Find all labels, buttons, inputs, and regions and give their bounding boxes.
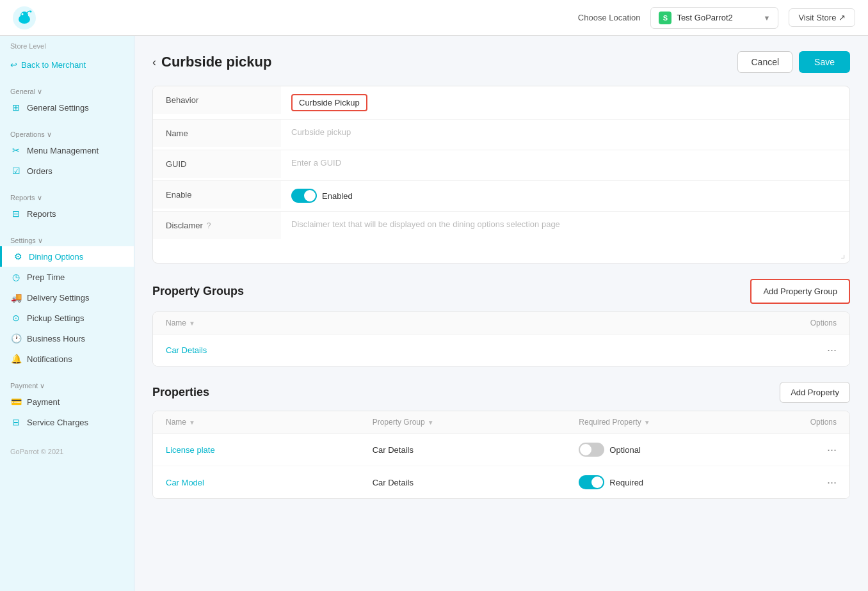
- service-charges-icon: ⊟: [10, 417, 22, 427]
- name-row: Name Curbside pickup: [153, 120, 849, 150]
- sidebar-item-general-settings[interactable]: ⊞ General Settings: [0, 97, 134, 118]
- required-toggle[interactable]: [579, 443, 604, 457]
- sidebar-item-business-hours[interactable]: 🕐 Business Hours: [0, 328, 134, 349]
- sidebar-item-orders[interactable]: ☑ Orders: [0, 161, 134, 181]
- visit-store-button[interactable]: Visit Store ↗: [789, 8, 855, 27]
- add-property-button[interactable]: Add Property: [780, 382, 850, 403]
- sidebar-item-dining-options[interactable]: ⚙ Dining Options: [0, 246, 134, 267]
- guid-value: Enter a GUID: [281, 150, 849, 175]
- page-header: ‹ Curbside pickup Cancel Save: [152, 51, 850, 73]
- guid-label: GUID: [153, 150, 281, 178]
- disclaimer-value[interactable]: Disclaimer text that will be displayed o…: [281, 212, 849, 263]
- sidebar-item-reports[interactable]: ⊟ Reports: [0, 203, 134, 224]
- sidebar-section-general: General ∨ ⊞ General Settings: [0, 77, 134, 120]
- payment-label: Payment: [27, 397, 60, 407]
- notifications-label: Notifications: [27, 354, 72, 364]
- sidebar-section-reports: Reports ∨ ⊟ Reports: [0, 184, 134, 226]
- name-label: Name: [153, 120, 281, 147]
- general-section-label: General ∨: [0, 84, 134, 97]
- pg-row-options[interactable]: ···: [785, 343, 837, 357]
- orders-icon: ☑: [10, 166, 22, 176]
- sidebar-item-delivery-settings[interactable]: 🚚 Delivery Settings: [0, 287, 134, 308]
- prop-col-name: Name ▼: [166, 418, 373, 427]
- required-toggle[interactable]: [579, 475, 604, 489]
- settings-section-label: Settings ∨: [0, 233, 134, 246]
- location-selector[interactable]: S Test GoParrot2 ▼: [650, 7, 778, 29]
- main-content: ‹ Curbside pickup Cancel Save Behavior C…: [134, 36, 868, 591]
- menu-icon: ✂: [10, 145, 22, 155]
- prop-row-options[interactable]: ···: [785, 476, 837, 489]
- property-groups-table: Name ▼ Options Car Details ···: [152, 311, 850, 366]
- general-settings-label: General Settings: [27, 103, 89, 113]
- sidebar-item-service-charges[interactable]: ⊟ Service Charges: [0, 412, 134, 432]
- page-title: Curbside pickup: [161, 54, 271, 70]
- back-icon: ↩: [10, 60, 17, 70]
- store-level-label: Store Level: [0, 36, 134, 52]
- save-button[interactable]: Save: [799, 51, 850, 73]
- property-row: License plate Car Details Optional ···: [153, 434, 849, 466]
- sidebar-item-notifications[interactable]: 🔔 Notifications: [0, 349, 134, 369]
- required-label: Required: [609, 478, 643, 487]
- operations-section-label: Operations ∨: [0, 127, 134, 140]
- form-card: Behavior Curbside Pickup Name Curbside p…: [152, 86, 850, 264]
- disclaimer-placeholder: Disclaimer text that will be displayed o…: [291, 219, 560, 229]
- prop-row-group: Car Details: [373, 445, 579, 455]
- payment-section-label: Payment ∨: [0, 378, 134, 391]
- header-actions: Cancel Save: [737, 51, 850, 73]
- sort-icon: ▼: [189, 419, 195, 426]
- chevron-down-icon: ▼: [763, 14, 770, 22]
- disclaimer-row: Disclamer ? Disclaimer text that will be…: [153, 212, 849, 263]
- prop-row-group: Car Details: [373, 478, 579, 487]
- enable-status: Enabled: [322, 191, 353, 201]
- dining-options-icon: ⚙: [12, 251, 24, 262]
- enable-label: Enable: [153, 181, 281, 209]
- sidebar-item-payment[interactable]: 💳 Payment: [0, 391, 134, 412]
- svg-point-4: [30, 10, 32, 12]
- svg-point-3: [22, 13, 24, 15]
- sidebar-item-pickup-settings[interactable]: ⊙ Pickup Settings: [0, 308, 134, 328]
- grid-icon: ⊞: [10, 102, 22, 113]
- sidebar: Store Level ↩ Back to Merchant General ∨…: [0, 36, 134, 591]
- location-icon: S: [659, 12, 671, 24]
- pickup-icon: ⊙: [10, 313, 22, 323]
- cancel-button[interactable]: Cancel: [737, 51, 792, 73]
- toggle-knob: [591, 477, 603, 488]
- behavior-badge: Curbside Pickup: [291, 94, 367, 111]
- properties-header: Properties Add Property: [152, 382, 850, 403]
- add-property-group-button[interactable]: Add Property Group: [750, 279, 850, 304]
- menu-management-label: Menu Management: [27, 146, 99, 155]
- required-label: Optional: [609, 445, 640, 455]
- location-name: Test GoParrot2: [677, 13, 758, 22]
- prop-row-name[interactable]: Car Model: [166, 478, 373, 487]
- guid-placeholder: Enter a GUID: [291, 158, 341, 168]
- delivery-icon: 🚚: [10, 292, 22, 303]
- property-groups-title: Property Groups: [152, 285, 244, 298]
- property-groups-header: Property Groups Add Property Group: [152, 279, 850, 304]
- reports-icon: ⊟: [10, 209, 22, 219]
- sidebar-item-prep-time[interactable]: ◷ Prep Time: [0, 267, 134, 287]
- sidebar-section-payment: Payment ∨ 💳 Payment ⊟ Service Charges: [0, 372, 134, 435]
- properties-title: Properties: [152, 386, 209, 399]
- topbar: Choose Location S Test GoParrot2 ▼ Visit…: [0, 0, 868, 36]
- sort-icon: ▼: [189, 320, 195, 327]
- properties-table-header: Name ▼ Property Group ▼ Required Propert…: [153, 411, 849, 434]
- back-arrow-icon[interactable]: ‹: [152, 56, 156, 69]
- enable-toggle[interactable]: [291, 189, 317, 203]
- prop-row-name[interactable]: License plate: [166, 445, 373, 455]
- clock-icon: 🕐: [10, 333, 22, 343]
- help-icon[interactable]: ?: [207, 221, 211, 230]
- back-to-merchant-button[interactable]: ↩ Back to Merchant: [0, 52, 134, 77]
- prop-row-required: Required: [579, 475, 785, 489]
- prop-col-group: Property Group ▼: [373, 418, 579, 427]
- pg-row-name[interactable]: Car Details: [166, 345, 785, 355]
- guid-row: GUID Enter a GUID: [153, 150, 849, 181]
- property-row: Car Model Car Details Required ···: [153, 466, 849, 498]
- sidebar-item-menu-management[interactable]: ✂ Menu Management: [0, 140, 134, 161]
- reports-label: Reports: [27, 209, 56, 219]
- properties-table: Name ▼ Property Group ▼ Required Propert…: [152, 411, 850, 499]
- business-hours-label: Business Hours: [27, 334, 85, 343]
- prop-row-required: Optional: [579, 443, 785, 457]
- sidebar-footer: GoParrot © 2021: [0, 435, 134, 461]
- reports-section-label: Reports ∨: [0, 190, 134, 203]
- prop-row-options[interactable]: ···: [785, 443, 837, 457]
